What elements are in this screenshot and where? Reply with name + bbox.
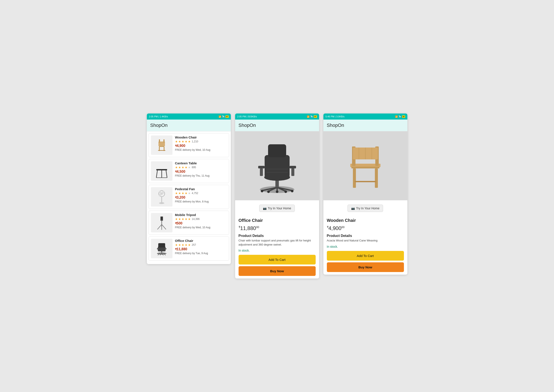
app-name-2: ShopOn [239,123,256,128]
product-details-text-2: Chair with lumbar support and pneumatic … [239,239,316,246]
wifi-icon-2: 📶 [307,115,309,118]
product-image-wooden-chair [151,135,173,155]
status-time-1: 2:05 PM | 1.4KB/s [149,115,168,118]
add-to-cart-button-3[interactable]: Add To Cart [327,251,404,261]
review-count-5: 257 [192,243,196,246]
list-item[interactable]: Wooden Chair ★ ★ ★ ★ ★ 1,210 ₹4,900 FREE… [149,133,229,157]
svg-rect-30 [165,248,166,249]
svg-rect-6 [158,150,165,151]
list-item[interactable]: Canteen Table ★ ★ ★ ★ ★ 895 ₹4,500 FREE … [149,159,229,183]
product-delivery-1: FREE delivery by Wed, 10 Aug [175,148,227,151]
svg-point-43 [267,190,270,193]
product-price-2: ₹4,500 [175,170,227,174]
screen1: 2:05 PM | 1.4KB/s 📶 📡 47 ShopOn [147,113,231,264]
wifi-icon-3: 📶 [395,115,398,118]
list-item[interactable]: Mobile Tripod ★ ★ ★ ★ ★ 14,396 ₹500 FREE… [149,211,229,235]
svg-rect-49 [268,144,286,157]
svg-line-22 [157,224,162,229]
app-header-3: ShopOn [323,119,407,131]
try-home-area-3: 📷 Try In Your Home [323,200,407,215]
detail-content-3: Wooden Chair ₹4,90000 Product Details Ac… [323,215,407,274]
screens-container: 2:05 PM | 1.4KB/s 📶 📡 47 ShopOn [147,113,407,278]
battery-icon-2: 47 [314,115,317,118]
svg-point-42 [291,190,293,192]
product-detail-image-office-chair [235,131,319,200]
svg-point-44 [284,190,287,193]
product-stars-1: ★ ★ ★ ★ ★ 1,210 [175,140,227,143]
product-price-3: ₹3,200 [175,196,227,199]
buy-now-button-2[interactable]: Buy Now [239,266,316,276]
try-in-home-button-2[interactable]: 📷 Try In Your Home [259,205,295,212]
star-2: ★ [178,140,181,143]
product-delivery-3: FREE delivery by Mon, 8 Aug [175,200,227,203]
product-details-text-3: Acacia Wood and Natural Cane Weaving [327,239,404,243]
status-bar-1: 2:05 PM | 1.4KB/s 📶 📡 47 [147,113,231,119]
status-icons-2: 📶 📡 47 [307,115,317,118]
product-detail-image-wooden-chair [323,131,407,200]
product-details-section-2: Product Details Chair with lumbar suppor… [239,234,316,246]
add-to-cart-button-2[interactable]: Add To Cart [239,255,316,265]
review-count-1: 1,210 [192,140,198,143]
star-1: ★ [175,140,178,143]
product-list: Wooden Chair ★ ★ ★ ★ ★ 1,210 ₹4,900 FREE… [147,131,231,264]
svg-rect-65 [375,168,378,188]
detail-price-3: ₹4,90000 [327,224,404,231]
review-count-3: 4,752 [192,192,198,195]
battery-icon-3: 34 [402,115,405,118]
product-delivery-4: FREE delivery by Wed, 10 Aug [175,226,227,229]
screen3: 5:46 PM | 3.0KB/s 📶 📡 34 ShopOn [323,113,407,274]
detail-product-name-2: Office Chair [239,218,316,223]
product-info-2: Canteen Table ★ ★ ★ ★ ★ 895 ₹4,500 FREE … [175,161,227,181]
status-bar-3: 5:46 PM | 3.0KB/s 📶 📡 34 [323,113,407,119]
product-image-mobile-tripod [151,213,173,232]
star-3: ★ [181,140,184,143]
svg-rect-66 [355,181,376,182]
svg-rect-52 [260,168,263,176]
product-price-4: ₹500 [175,221,227,225]
svg-rect-28 [158,243,165,247]
app-header-1: ShopOn [147,119,231,131]
product-details-title-3: Product Details [327,234,404,238]
list-item[interactable]: Pedestal Fan ★ ★ ★ ★ ★ 4,752 ₹3,200 FREE… [149,185,229,209]
svg-rect-1 [159,146,164,147]
in-stock-3: In stock. [327,245,404,248]
product-name-5: Office Chair [175,239,227,243]
screen2: 2:05 PM | 503KB/s 📶 📡 47 ShopOn [235,113,319,278]
list-item[interactable]: Office Chair ★ ★ ★ ★ ★ 257 ₹11,880 FREE … [149,237,229,261]
svg-point-41 [261,190,263,192]
product-name-3: Pedestal Fan [175,187,227,191]
review-count-4: 14,396 [192,217,200,221]
svg-rect-50 [258,166,265,168]
status-bar-2: 2:05 PM | 503KB/s 📶 📡 47 [235,113,319,119]
product-price-1: ₹4,900 [175,144,227,148]
svg-point-18 [159,202,164,204]
svg-rect-57 [351,167,379,168]
product-price-5: ₹11,880 [175,247,227,251]
app-name-1: ShopOn [150,123,168,128]
in-stock-2: In stock. [239,249,316,252]
svg-rect-51 [290,166,296,168]
buy-now-button-3[interactable]: Buy Now [327,262,404,272]
svg-rect-20 [161,217,163,220]
product-stars-5: ★ ★ ★ ★ ★ 257 [175,243,227,247]
try-home-area-2: 📷 Try In Your Home [235,200,319,215]
svg-rect-53 [291,168,294,176]
product-stars-3: ★ ★ ★ ★ ★ 4,752 [175,191,227,195]
signal-icon-3: 📡 [399,115,401,118]
app-name-3: ShopOn [327,123,344,128]
try-in-home-button-3[interactable]: 📷 Try In Your Home [347,205,383,212]
product-stars-2: ★ ★ ★ ★ ★ 895 [175,166,227,169]
svg-rect-2 [159,139,160,143]
product-info-5: Office Chair ★ ★ ★ ★ ★ 257 ₹11,880 FREE … [175,239,227,258]
product-name-1: Wooden Chair [175,135,227,139]
product-details-title-2: Product Details [239,234,316,238]
product-details-section-3: Product Details Acacia Wood and Natural … [327,234,404,243]
detail-content-2: Office Chair ₹11,88000 Product Details C… [235,215,319,278]
wifi-icon: 📶 [219,115,221,118]
svg-rect-48 [265,155,290,178]
camera-icon-2: 📷 [263,207,267,210]
signal-icon: 📡 [222,115,225,118]
product-image-canteen-table [151,161,173,181]
svg-rect-3 [163,139,165,143]
product-delivery-5: FREE delivery by Tue, 9 Aug [175,252,227,255]
